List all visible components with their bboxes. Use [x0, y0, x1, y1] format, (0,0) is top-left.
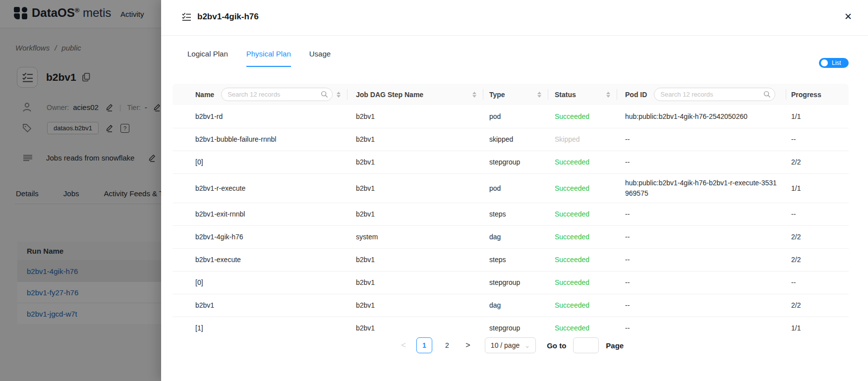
search-icon[interactable] — [321, 91, 328, 98]
tab-physical-plan[interactable]: Physical Plan — [246, 50, 291, 67]
column-header-name[interactable]: Name — [195, 91, 214, 99]
table-row[interactable]: [0] b2bv1 stepgroup Succeeded -- -- — [173, 271, 849, 294]
next-page-icon[interactable]: > — [462, 341, 474, 350]
table-row[interactable]: b2bv1-rd b2bv1 pod Succeeded hub:public:… — [173, 105, 849, 128]
type-sort-icon[interactable] — [537, 92, 541, 98]
cell-type: skipped — [483, 130, 548, 149]
page-number-1[interactable]: 1 — [416, 337, 432, 353]
cell-name: [0] — [173, 273, 347, 292]
table-row[interactable]: b2bv1 b2bv1 dag Succeeded -- 2/2 — [173, 294, 849, 317]
cell-progress: 1/1 — [786, 319, 849, 337]
column-header-pod-id[interactable]: Pod ID — [625, 91, 647, 99]
cell-type: steps — [483, 205, 548, 223]
cell-name: [1] — [173, 319, 347, 337]
table-body: b2bv1-rd b2bv1 pod Succeeded hub:public:… — [173, 105, 849, 339]
cell-job-dag-step-name: b2bv1 — [347, 296, 483, 315]
pagination: < 12 > 10 / page ⌄ Go to Page — [173, 337, 849, 353]
cell-progress: -- — [786, 130, 849, 149]
column-header-status[interactable]: Status — [555, 91, 576, 99]
cell-pod-id: -- — [617, 319, 786, 337]
page-size-select[interactable]: 10 / page ⌄ — [485, 337, 536, 353]
checklist-icon — [181, 12, 191, 21]
prev-page-icon[interactable]: < — [398, 341, 409, 350]
cell-status: Succeeded — [548, 273, 617, 292]
cell-job-dag-step-name: b2bv1 — [347, 130, 483, 149]
cell-type: steps — [483, 251, 548, 269]
cell-pod-id: -- — [617, 273, 786, 292]
cell-name: b2bv1 — [173, 296, 347, 315]
cell-job-dag-step-name: b2bv1 — [347, 179, 483, 198]
cell-type: dag — [483, 228, 548, 246]
search-icon[interactable] — [763, 91, 771, 98]
goto-page-input[interactable] — [573, 337, 599, 353]
toggle-knob — [821, 59, 828, 66]
cell-status: Succeeded — [548, 228, 617, 246]
cell-progress: 2/2 — [786, 296, 849, 315]
physical-plan-table: Name Job DAG Step Name — [173, 84, 849, 339]
cell-name: b2bv1-rd — [173, 108, 347, 126]
cell-pod-id: hub:public:b2bv1-4gik-h76-2542050260 — [617, 108, 786, 126]
table-row[interactable]: b2bv1-bubble-failure-rnnbl b2bv1 skipped… — [173, 128, 849, 151]
table-row[interactable]: [0] b2bv1 stepgroup Succeeded -- 2/2 — [173, 151, 849, 173]
cell-type: stepgroup — [483, 273, 548, 292]
column-header-progress[interactable]: Progress — [791, 91, 821, 99]
cell-pod-id: -- — [617, 130, 786, 149]
cell-progress: 1/1 — [786, 108, 849, 126]
cell-name: b2bv1-bubble-failure-rnnbl — [173, 130, 347, 149]
goto-label: Go to — [547, 341, 566, 350]
list-view-toggle[interactable]: List — [819, 58, 849, 68]
cell-status: Succeeded — [548, 153, 617, 171]
cell-pod-id: -- — [617, 251, 786, 269]
pod-id-search-input[interactable] — [660, 91, 763, 98]
cell-status: Succeeded — [548, 319, 617, 337]
cell-status: Skipped — [548, 130, 617, 149]
table-row[interactable]: [1] b2bv1 stepgroup Succeeded -- 1/1 — [173, 317, 849, 339]
cell-type: pod — [483, 108, 548, 126]
table-row[interactable]: b2bv1-4gik-h76 system dag Succeeded -- 2… — [173, 225, 849, 248]
cell-job-dag-step-name: b2bv1 — [347, 108, 483, 126]
cell-name: b2bv1-r-execute — [173, 179, 347, 198]
page-label: Page — [606, 341, 624, 350]
table-row[interactable]: b2bv1-execute b2bv1 steps Succeeded -- 2… — [173, 248, 849, 271]
page-number-2[interactable]: 2 — [439, 337, 455, 353]
cell-status: Succeeded — [548, 251, 617, 269]
screen: DataOS® metis ActivityPro Workflows/publ… — [0, 0, 868, 381]
tab-logical-plan[interactable]: Logical Plan — [187, 50, 228, 67]
page-size-value: 10 / page — [491, 341, 520, 349]
job-dag-sort-icon[interactable] — [472, 92, 476, 98]
cell-type: stepgroup — [483, 153, 548, 171]
close-icon[interactable]: ✕ — [842, 10, 854, 23]
cell-pod-id: -- — [617, 205, 786, 223]
cell-name: b2bv1-4gik-h76 — [173, 228, 347, 246]
status-sort-icon[interactable] — [606, 92, 610, 98]
cell-progress: 2/2 — [786, 228, 849, 246]
cell-status: Succeeded — [548, 108, 617, 126]
tab-usage[interactable]: Usage — [309, 50, 331, 67]
cell-progress: 2/2 — [786, 251, 849, 269]
drawer-title: b2bv1-4gik-h76 — [197, 12, 259, 22]
table-header-row: Name Job DAG Step Name — [173, 84, 849, 105]
cell-progress: 1/1 — [786, 179, 849, 198]
plan-tabs: Logical PlanPhysical PlanUsage — [187, 50, 331, 67]
column-header-type[interactable]: Type — [489, 91, 505, 99]
cell-progress: -- — [786, 205, 849, 223]
cell-name: [0] — [173, 153, 347, 171]
cell-job-dag-step-name: b2bv1 — [347, 273, 483, 292]
cell-pod-id: -- — [617, 296, 786, 315]
cell-name: b2bv1-execute — [173, 251, 347, 269]
cell-job-dag-step-name: system — [347, 228, 483, 246]
table-row[interactable]: b2bv1-r-execute b2bv1 pod Succeeded hub:… — [173, 173, 849, 203]
cell-job-dag-step-name: b2bv1 — [347, 153, 483, 171]
cell-status: Succeeded — [548, 296, 617, 315]
cell-progress: 2/2 — [786, 153, 849, 171]
cell-progress: -- — [786, 273, 849, 292]
pod-id-search-box — [654, 88, 775, 101]
column-header-job-dag[interactable]: Job DAG Step Name — [356, 91, 423, 99]
cell-pod-id: hub:public:b2bv1-4gik-h76-b2bv1-r-execut… — [617, 174, 786, 203]
cell-job-dag-step-name: b2bv1 — [347, 251, 483, 269]
table-row[interactable]: b2bv1-exit-rnnbl b2bv1 steps Succeeded -… — [173, 203, 849, 225]
name-search-box — [221, 88, 333, 101]
name-search-input[interactable] — [228, 91, 321, 98]
cell-pod-id: -- — [617, 153, 786, 171]
name-sort-icon[interactable] — [337, 92, 341, 98]
